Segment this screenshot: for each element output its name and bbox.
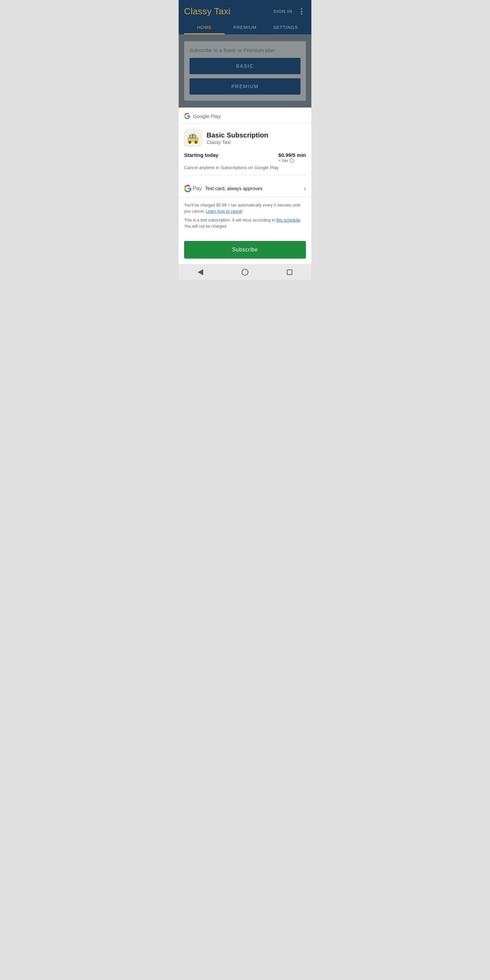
- pricing-row: Starting today $0.99/5 min + tax i: [184, 152, 306, 163]
- more-menu-button[interactable]: ⋮: [298, 8, 306, 15]
- app-title: Classy Taxi: [184, 6, 231, 17]
- subscription-title: Basic Subscription: [207, 130, 306, 140]
- svg-rect-2: [190, 135, 192, 137]
- home-button[interactable]: [242, 269, 248, 275]
- price-tax: + tax i: [278, 158, 306, 163]
- google-play-logo: Google Play: [184, 113, 306, 119]
- disclaimer-test: This is a test subscription. It will rec…: [184, 217, 306, 229]
- recents-button[interactable]: [287, 269, 292, 275]
- android-nav-bar: [179, 264, 311, 280]
- app-icon: TAXI: [184, 129, 202, 147]
- subscription-app-name: Classy Taxi: [207, 140, 306, 145]
- subscription-info: TAXI Basic Subscription Classy Taxi Star…: [179, 124, 311, 175]
- schedule-link[interactable]: this schedule: [276, 218, 300, 223]
- taxi-svg-icon: TAXI: [186, 130, 200, 145]
- back-button[interactable]: [198, 269, 203, 275]
- price-main: $0.99/5 min: [278, 152, 306, 158]
- google-play-header: Google Play: [179, 113, 311, 124]
- svg-point-7: [195, 142, 197, 143]
- nav-tabs: HOME PREMIUM SETTINGS: [184, 21, 306, 34]
- google-g-icon: [184, 113, 190, 119]
- app-content: Subscribe to a Basic or Premium plan BAS…: [179, 34, 311, 108]
- disclaimer-section: You'll be charged $0.99 + tax automatica…: [179, 197, 311, 237]
- sign-in-button[interactable]: SIGN IN: [274, 9, 292, 14]
- svg-rect-3: [193, 135, 195, 137]
- premium-plan-button[interactable]: PREMIUM: [189, 78, 301, 95]
- basic-plan-button[interactable]: BASIC: [189, 58, 301, 74]
- subscribe-button[interactable]: Subscribe: [184, 241, 306, 259]
- header-top-row: Classy Taxi SIGN IN ⋮: [184, 6, 306, 21]
- starting-today-label: Starting today: [184, 152, 218, 158]
- header-actions: SIGN IN ⋮: [274, 8, 306, 15]
- payment-row[interactable]: Pay Test card, always approves ›: [179, 180, 311, 197]
- sub-app-info: Basic Subscription Classy Taxi: [207, 130, 306, 145]
- google-play-sheet: Google Play: [179, 108, 311, 264]
- tab-premium[interactable]: PREMIUM: [224, 21, 265, 34]
- sub-app-row: TAXI Basic Subscription Classy Taxi: [184, 129, 306, 147]
- learn-cancel-link[interactable]: Learn how to cancel: [206, 209, 242, 214]
- gpay-pay-text: Pay: [192, 185, 202, 192]
- tab-settings[interactable]: SETTINGS: [266, 21, 306, 34]
- payment-left: Pay Test card, always approves: [184, 185, 263, 192]
- app-header: Classy Taxi SIGN IN ⋮ HOME PREMIUM SETTI…: [179, 0, 311, 34]
- svg-text:TAXI: TAXI: [192, 134, 194, 135]
- price-info: $0.99/5 min + tax i: [278, 152, 306, 163]
- svg-point-5: [189, 142, 191, 143]
- gpay-logo: Pay: [184, 185, 202, 192]
- tax-info-icon[interactable]: i: [290, 158, 294, 163]
- tab-home[interactable]: HOME: [184, 21, 224, 34]
- google-play-text: Google Play: [193, 113, 221, 119]
- subscribe-card: Subscribe to a Basic or Premium plan BAS…: [184, 41, 306, 101]
- gpay-g-icon: [184, 185, 192, 192]
- payment-method-label: Test card, always approves: [205, 186, 263, 191]
- cancel-note: Cancel anytime in Subscriptions on Googl…: [184, 165, 306, 175]
- svg-rect-10: [188, 138, 198, 139]
- disclaimer-charge: You'll be charged $0.99 + tax automatica…: [184, 202, 306, 215]
- payment-chevron-icon: ›: [304, 185, 306, 192]
- subscribe-card-title: Subscribe to a Basic or Premium plan: [189, 47, 301, 53]
- subscribe-section: Subscribe: [179, 237, 311, 264]
